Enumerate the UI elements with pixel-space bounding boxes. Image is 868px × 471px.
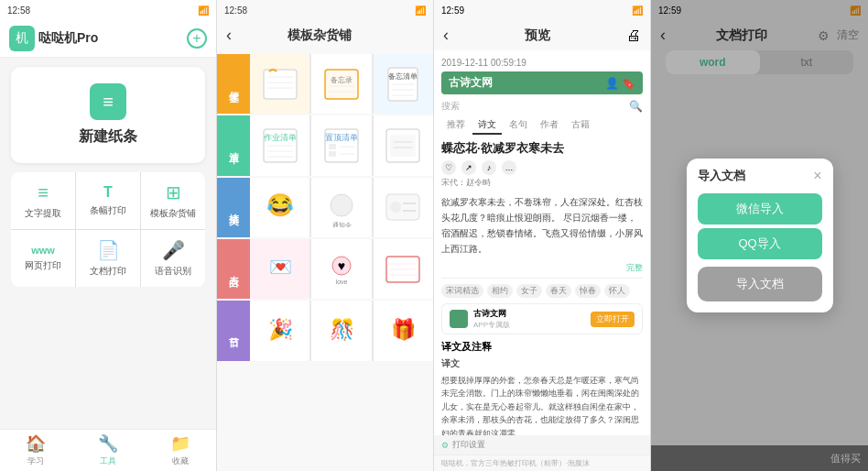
source-logo bbox=[450, 310, 468, 328]
template-item[interactable]: 作业清单 bbox=[250, 115, 309, 175]
preview-site-bar[interactable]: 古诗文网 👤 🔖 bbox=[441, 71, 643, 94]
poem-tag[interactable]: 怀人 bbox=[604, 284, 630, 298]
audio-icon[interactable]: ♪ bbox=[482, 160, 496, 175]
template-icon: ⊞ bbox=[166, 181, 181, 203]
nav-item-archive[interactable]: 📁 收藏 bbox=[144, 430, 216, 471]
web-print-icon: www bbox=[31, 245, 55, 256]
signal-icons-3: 📶 bbox=[632, 5, 643, 16]
svg-text:🎉: 🎉 bbox=[267, 317, 293, 342]
source-name: 古诗文网 bbox=[473, 308, 585, 320]
poem-body: 欲减罗衣寒未去，不卷珠帘，人在深深处。红杏枝头花几度？暗痕止恨迎朗雨。 尽日沉烟… bbox=[441, 194, 643, 257]
svg-text:🎁: 🎁 bbox=[391, 317, 417, 342]
doc-print-label: 文档打印 bbox=[90, 265, 126, 278]
logo-area: 机 哒哒机Pro bbox=[9, 26, 98, 51]
import-confirm-btn[interactable]: 导入文档 bbox=[698, 267, 822, 301]
poem-tags: 宋词精选 相约 女子 春天 悼春 怀人 bbox=[441, 284, 643, 298]
doc-print-icon: 📄 bbox=[97, 239, 120, 261]
poem-tag[interactable]: 春天 bbox=[546, 284, 571, 298]
tab-ancient[interactable]: 古籍 bbox=[566, 116, 595, 135]
svg-text:💌: 💌 bbox=[268, 256, 291, 278]
preview-title: 预览 bbox=[525, 27, 550, 44]
template-item[interactable]: 备忘清单 bbox=[374, 54, 433, 114]
share-icon[interactable]: ↗ bbox=[461, 160, 476, 175]
template-item[interactable]: 🎉 bbox=[250, 301, 309, 360]
tab-author[interactable]: 作者 bbox=[535, 116, 564, 135]
svg-point-32 bbox=[390, 202, 401, 213]
grid-item-text-extract[interactable]: ≡ 文字提取 bbox=[11, 172, 75, 229]
section-bianjian: 便签 备忘录 备忘清单 bbox=[217, 54, 433, 114]
nav-archive-label: 收藏 bbox=[172, 455, 189, 467]
grid-menu: ≡ 文字提取 T 条幅打印 ⊞ 模板杂货铺 www 网页打印 📄 文档打印 🎤 … bbox=[11, 172, 205, 287]
template-item[interactable]: 🎁 bbox=[374, 301, 433, 360]
web-print-label: 网页打印 bbox=[25, 259, 61, 272]
tab-poem[interactable]: 诗文 bbox=[472, 116, 502, 135]
tab-recommend[interactable]: 推荐 bbox=[441, 116, 471, 135]
grid-item-doc-print[interactable]: 📄 文档打印 bbox=[76, 230, 140, 287]
svg-text:置顶清单: 置顶清单 bbox=[325, 133, 358, 142]
panel-preview: 12:59 📶 ‹ 预览 🖨 2019-12-11 00:59:19 古诗文网 … bbox=[434, 0, 651, 471]
print-settings-bar[interactable]: ⚙ 打印设置 bbox=[434, 435, 650, 455]
status-bar-2: 12:58 📶 bbox=[217, 0, 433, 20]
template-item[interactable]: 通知令 bbox=[311, 178, 371, 237]
section-qingdan: 清单 作业清单 置顶清单 bbox=[217, 115, 433, 175]
template-back-btn[interactable]: ‹ bbox=[226, 26, 232, 45]
section-label-gaoxiao: 搞笑 bbox=[217, 178, 250, 237]
template-item[interactable] bbox=[250, 54, 309, 114]
heart-icon[interactable]: ♡ bbox=[441, 160, 456, 175]
panel-home: 12:58 📶 机 哒哒机Pro + ≡ 新建纸条 ≡ 文字提取 T 条幅打印 … bbox=[0, 0, 217, 471]
preview-back-btn[interactable]: ‹ bbox=[443, 26, 449, 45]
grid-item-template[interactable]: ⊞ 模板杂货铺 bbox=[141, 172, 205, 229]
section-biaobai: 表白 💌 ♥love bbox=[217, 239, 433, 299]
grid-item-voice[interactable]: 🎤 语音识别 bbox=[141, 230, 205, 287]
poem-tag[interactable]: 相约 bbox=[487, 284, 513, 298]
nav-item-learn[interactable]: 🏠 学习 bbox=[0, 430, 72, 471]
source-info: 古诗文网 APP专属版 bbox=[473, 308, 585, 330]
template-item[interactable]: 🎊 bbox=[311, 301, 371, 360]
poem-tag[interactable]: 女子 bbox=[516, 284, 542, 298]
import-dialog: 导入文档 × 微信导入 QQ导入 导入文档 bbox=[687, 159, 833, 312]
section-jieri: 节日 🎉 🎊 🎁 bbox=[217, 301, 433, 360]
template-item[interactable]: 💌 bbox=[250, 239, 309, 299]
bottom-nav: 🏠 学习 🔧 工具 📁 收藏 bbox=[0, 429, 216, 471]
template-title: 模板杂货铺 bbox=[288, 27, 352, 44]
svg-rect-25 bbox=[390, 135, 416, 157]
template-item[interactable]: 置顶清单 bbox=[311, 115, 371, 175]
template-item[interactable]: 😂 bbox=[250, 178, 309, 237]
poem-tag[interactable]: 悼春 bbox=[575, 284, 601, 298]
voice-icon: 🎤 bbox=[162, 239, 185, 261]
template-item[interactable] bbox=[374, 115, 433, 175]
source-bar: 古诗文网 APP专属版 立即打开 bbox=[441, 303, 643, 334]
add-button[interactable]: + bbox=[187, 28, 207, 49]
print-settings-label: 打印设置 bbox=[452, 439, 485, 451]
source-open-btn[interactable]: 立即打开 bbox=[591, 312, 635, 327]
poem-tag[interactable]: 宋词精选 bbox=[441, 284, 483, 298]
import-dialog-title: 导入文档 bbox=[698, 168, 745, 184]
template-item[interactable] bbox=[374, 239, 433, 299]
poem-expand[interactable]: 完整 bbox=[626, 262, 643, 274]
logo-icon: 机 bbox=[9, 26, 35, 51]
section-images-bianjian: 备忘录 备忘清单 bbox=[250, 54, 433, 114]
template-scroll[interactable]: 便签 备忘录 备忘清单 bbox=[217, 50, 433, 471]
svg-text:备忘清单: 备忘清单 bbox=[388, 72, 418, 81]
import-wechat-btn[interactable]: 微信导入 bbox=[698, 193, 822, 225]
import-qq-btn[interactable]: QQ导入 bbox=[698, 228, 822, 259]
template-item[interactable]: ♥love bbox=[311, 239, 371, 299]
panel-template: 12:58 📶 ‹ 模板杂货铺 便签 备忘录 bbox=[217, 0, 434, 471]
nav-item-tools[interactable]: 🔧 工具 bbox=[72, 430, 145, 471]
print-btn[interactable]: 🖨 bbox=[626, 27, 641, 44]
translation-subtitle: 译文 bbox=[441, 357, 643, 370]
template-top-bar: ‹ 模板杂货铺 bbox=[217, 20, 433, 50]
grid-item-web-print[interactable]: www 网页打印 bbox=[11, 230, 75, 287]
nav-learn-label: 学习 bbox=[27, 455, 44, 467]
new-note-label: 新建纸条 bbox=[79, 127, 137, 147]
tab-quote[interactable]: 名句 bbox=[504, 116, 533, 135]
template-item[interactable]: 备忘录 bbox=[311, 54, 371, 114]
svg-rect-22 bbox=[329, 151, 336, 157]
import-close-btn[interactable]: × bbox=[813, 168, 821, 184]
time-1: 12:58 bbox=[7, 5, 30, 16]
print-footer: 哒哒机，官方三年热敏打印机（粘带）·泡腹沫 bbox=[434, 455, 650, 471]
template-item[interactable] bbox=[374, 178, 433, 237]
new-note-area[interactable]: ≡ 新建纸条 bbox=[11, 67, 205, 163]
more-icon[interactable]: … bbox=[502, 160, 516, 175]
grid-item-barcode-print[interactable]: T 条幅打印 bbox=[76, 172, 140, 229]
